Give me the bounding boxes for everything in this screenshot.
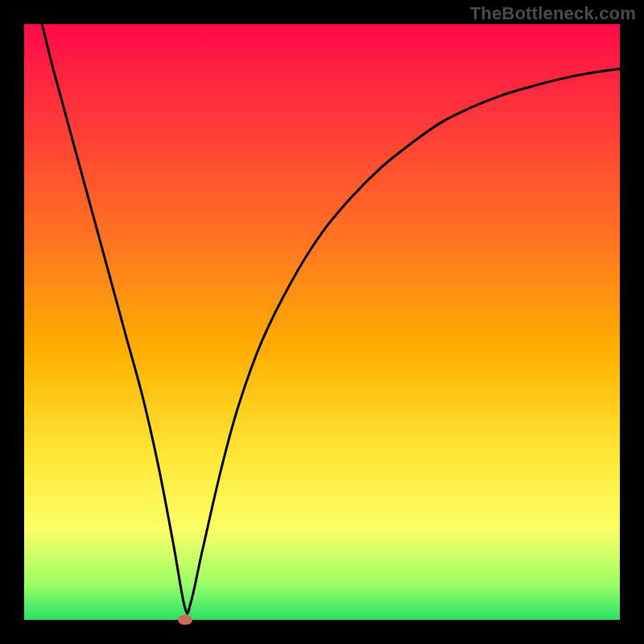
watermark-label: TheBottleneck.com — [470, 3, 636, 24]
gradient-background — [24, 24, 620, 620]
plot-area — [24, 24, 620, 620]
plot-svg — [24, 24, 620, 620]
optimal-point-marker — [178, 615, 192, 625]
chart-frame: TheBottleneck.com — [0, 0, 644, 644]
